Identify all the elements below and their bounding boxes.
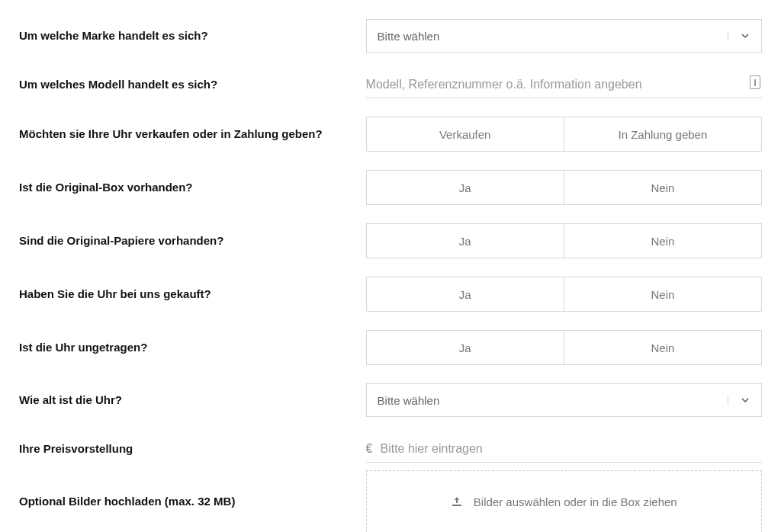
euro-icon: € <box>366 442 373 456</box>
intent-label: Möchten sie Ihre Uhr verkaufen oder in Z… <box>19 127 366 142</box>
age-label: Wie alt ist die Uhr? <box>19 393 366 408</box>
unworn-label: Ist die Uhr ungetragen? <box>19 340 366 355</box>
model-label: Um welches Modell handelt es sich? <box>19 77 366 92</box>
brand-select-value: Bitte wählen <box>367 30 728 43</box>
brand-select[interactable]: Bitte wählen <box>366 19 762 53</box>
bought-yes-button[interactable]: Ja <box>367 277 564 311</box>
box-toggle: Ja Nein <box>366 170 762 205</box>
papers-label: Sind die Original-Papiere vorhanden? <box>19 233 366 248</box>
bought-toggle: Ja Nein <box>366 277 762 312</box>
box-label: Ist die Original-Box vorhanden? <box>19 180 366 195</box>
papers-yes-button[interactable]: Ja <box>367 224 564 258</box>
intent-toggle: Verkaufen In Zahlung geben <box>366 117 762 152</box>
price-label: Ihre Preisvorstellung <box>19 441 366 457</box>
model-input[interactable] <box>366 71 762 98</box>
unworn-no-button[interactable]: Nein <box>564 331 761 364</box>
image-dropzone[interactable]: Bilder auswählen oder in die Box ziehen <box>366 470 762 532</box>
box-yes-button[interactable]: Ja <box>367 171 564 204</box>
papers-toggle: Ja Nein <box>366 223 762 258</box>
intent-tradein-button[interactable]: In Zahlung geben <box>564 117 761 151</box>
age-select-value: Bitte wählen <box>367 394 728 407</box>
intent-sell-button[interactable]: Verkaufen <box>367 117 564 151</box>
brand-label: Um welche Marke handelt es sich? <box>19 28 366 43</box>
price-field: € <box>366 435 762 463</box>
price-input[interactable] <box>380 442 762 456</box>
upload-label: Optional Bilder hochladen (max. 32 MB) <box>19 494 366 509</box>
bought-label: Haben Sie die Uhr bei uns gekauft? <box>19 287 366 302</box>
age-select[interactable]: Bitte wählen <box>366 383 762 417</box>
svg-rect-0 <box>452 505 461 506</box>
papers-no-button[interactable]: Nein <box>564 224 761 258</box>
dropzone-text: Bilder auswählen oder in die Box ziehen <box>474 495 677 508</box>
unworn-toggle: Ja Nein <box>366 330 762 365</box>
box-no-button[interactable]: Nein <box>564 171 761 204</box>
chevron-down-icon <box>728 396 761 405</box>
keyboard-icon <box>750 75 760 89</box>
chevron-down-icon <box>728 31 761 40</box>
unworn-yes-button[interactable]: Ja <box>367 331 564 364</box>
upload-icon <box>451 495 463 508</box>
bought-no-button[interactable]: Nein <box>564 277 761 311</box>
